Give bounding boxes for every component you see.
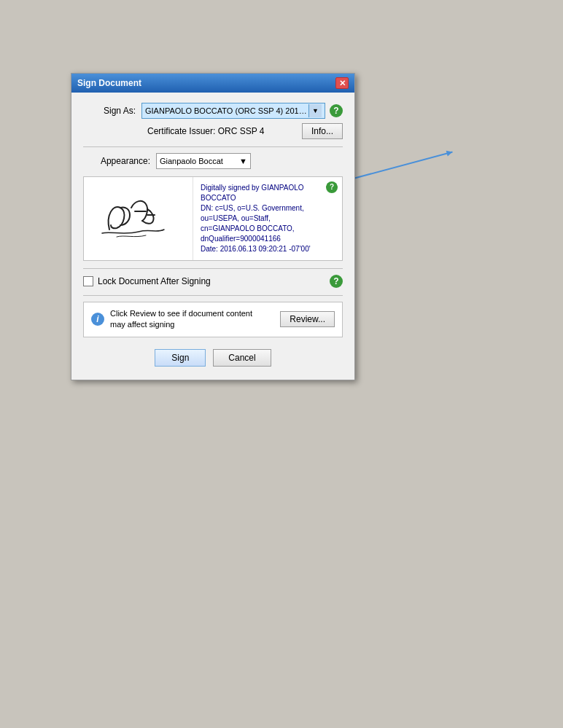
appearance-value: Gianpaolo Boccat bbox=[160, 157, 223, 165]
appearance-row: Appearance: Gianpaolo Boccat ▼ bbox=[83, 153, 343, 169]
close-button[interactable]: ✕ bbox=[335, 77, 349, 89]
separator-3 bbox=[83, 295, 343, 296]
button-row: Sign Cancel bbox=[83, 349, 343, 369]
separator-1 bbox=[83, 146, 343, 147]
lock-document-checkbox[interactable] bbox=[83, 276, 93, 286]
review-button[interactable]: Review... bbox=[280, 311, 335, 327]
appearance-arrow-icon: ▼ bbox=[239, 157, 247, 165]
signature-details: Digitally signed by GIANPAOLO BOCCATO DN… bbox=[193, 177, 342, 260]
signature-svg bbox=[95, 193, 182, 244]
sign-button[interactable]: Sign bbox=[155, 349, 206, 367]
signature-details-text: Digitally signed by GIANPAOLO BOCCATO DN… bbox=[201, 184, 311, 253]
lock-help-icon[interactable]: ? bbox=[330, 275, 343, 288]
signature-help-icon[interactable]: ? bbox=[326, 181, 338, 193]
sign-as-label: Sign As: bbox=[83, 106, 141, 116]
cancel-button[interactable]: Cancel bbox=[213, 349, 271, 367]
sign-as-value: GIANPAOLO BOCCATO (ORC SSP 4) 2019.04.20 bbox=[145, 106, 308, 115]
lock-document-label: Lock Document After Signing bbox=[98, 276, 330, 286]
title-bar: Sign Document ✕ bbox=[71, 74, 354, 93]
review-container: i Click Review to see if document conten… bbox=[83, 302, 343, 337]
dialog-title: Sign Document bbox=[77, 78, 141, 88]
signature-image bbox=[84, 177, 193, 260]
review-info-icon: i bbox=[91, 313, 104, 326]
sign-as-row: Sign As: GIANPAOLO BOCCATO (ORC SSP 4) 2… bbox=[83, 103, 343, 119]
sign-as-help-icon[interactable]: ? bbox=[330, 104, 343, 117]
appearance-dropdown[interactable]: Gianpaolo Boccat ▼ bbox=[156, 153, 251, 169]
info-button[interactable]: Info... bbox=[302, 123, 343, 139]
lock-document-row: Lock Document After Signing ? bbox=[83, 275, 343, 288]
signature-preview-container: Digitally signed by GIANPAOLO BOCCATO DN… bbox=[83, 176, 343, 261]
dialog-content: Sign As: GIANPAOLO BOCCATO (ORC SSP 4) 2… bbox=[71, 93, 354, 380]
separator-2 bbox=[83, 268, 343, 269]
sign-as-dropdown[interactable]: GIANPAOLO BOCCATO (ORC SSP 4) 2019.04.20… bbox=[141, 103, 325, 119]
sign-document-dialog: Sign Document ✕ Sign As: GIANPAOLO BOCCA… bbox=[71, 73, 355, 380]
certificate-issuer-text: Certificate Issuer: ORC SSP 4 bbox=[147, 126, 295, 136]
review-text: Click Review to see if document content … bbox=[110, 308, 273, 331]
sign-as-dropdown-arrow[interactable]: ▼ bbox=[308, 104, 322, 117]
certificate-row: Certificate Issuer: ORC SSP 4 Info... bbox=[83, 123, 343, 139]
appearance-label: Appearance: bbox=[83, 156, 156, 166]
